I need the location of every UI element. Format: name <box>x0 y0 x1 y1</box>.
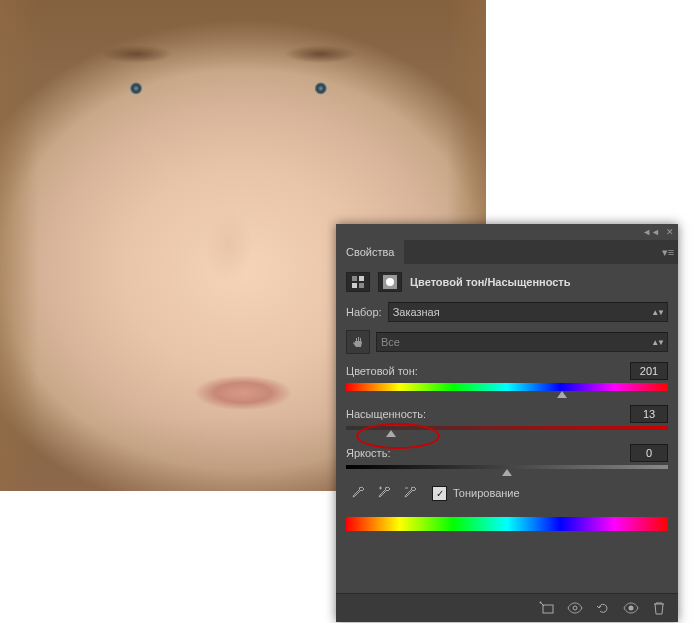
clip-to-layer-icon[interactable] <box>534 598 560 618</box>
adjustment-icon <box>346 272 370 292</box>
svg-rect-6 <box>543 605 553 613</box>
collapse-icon[interactable]: ◄◄ <box>642 227 660 237</box>
trash-icon[interactable] <box>646 598 672 618</box>
tab-bar: Свойства ▾≡ <box>336 240 678 264</box>
saturation-label: Насыщенность: <box>346 408 426 420</box>
adjustment-header: Цветовой тон/Насыщенность <box>346 272 668 292</box>
colorize-label: Тонирование <box>453 487 520 499</box>
channel-select[interactable]: Все ▲▼ <box>376 332 668 352</box>
lightness-thumb[interactable] <box>502 469 512 476</box>
eyedropper-icon[interactable] <box>346 483 370 503</box>
hue-slider[interactable] <box>346 383 668 391</box>
panel-chrome: ◄◄ ✕ <box>336 224 678 240</box>
svg-point-8 <box>573 606 577 610</box>
panel-footer <box>336 593 678 622</box>
svg-rect-0 <box>352 276 357 281</box>
saturation-value[interactable]: 13 <box>630 405 668 423</box>
saturation-thumb[interactable] <box>386 430 396 437</box>
reset-icon[interactable] <box>590 598 616 618</box>
mask-icon[interactable] <box>378 272 402 292</box>
channel-value: Все <box>381 336 400 348</box>
svg-point-5 <box>386 278 394 286</box>
visibility-icon[interactable] <box>618 598 644 618</box>
svg-rect-3 <box>359 283 364 288</box>
svg-rect-2 <box>352 283 357 288</box>
eyedropper-plus-icon[interactable] <box>372 483 396 503</box>
hue-value[interactable]: 201 <box>630 362 668 380</box>
colorize-checkbox[interactable]: ✓ <box>432 486 447 501</box>
dropdown-arrows-icon: ▲▼ <box>651 308 663 317</box>
svg-point-7 <box>540 602 542 604</box>
preset-label: Набор: <box>346 306 382 318</box>
close-icon[interactable]: ✕ <box>666 227 674 237</box>
eyedropper-minus-icon[interactable] <box>398 483 422 503</box>
lightness-label: Яркость: <box>346 447 390 459</box>
lightness-value[interactable]: 0 <box>630 444 668 462</box>
hue-label: Цветовой тон: <box>346 365 418 377</box>
view-previous-icon[interactable] <box>562 598 588 618</box>
adjustment-title: Цветовой тон/Насыщенность <box>410 276 571 288</box>
preset-value: Заказная <box>393 306 440 318</box>
svg-point-9 <box>629 606 634 611</box>
saturation-slider[interactable] <box>346 426 668 430</box>
dropdown-arrows-icon: ▲▼ <box>651 338 663 347</box>
hue-thumb[interactable] <box>557 391 567 398</box>
targeted-adjustment-tool[interactable] <box>346 330 370 354</box>
svg-rect-1 <box>359 276 364 281</box>
preset-select[interactable]: Заказная ▲▼ <box>388 302 668 322</box>
hue-range-bar[interactable] <box>346 517 668 531</box>
tab-properties[interactable]: Свойства <box>336 240 404 264</box>
properties-panel: ◄◄ ✕ Свойства ▾≡ Цветовой тон/Насыщеннос… <box>336 224 678 622</box>
lightness-slider[interactable] <box>346 465 668 469</box>
panel-menu-icon[interactable]: ▾≡ <box>658 240 678 264</box>
